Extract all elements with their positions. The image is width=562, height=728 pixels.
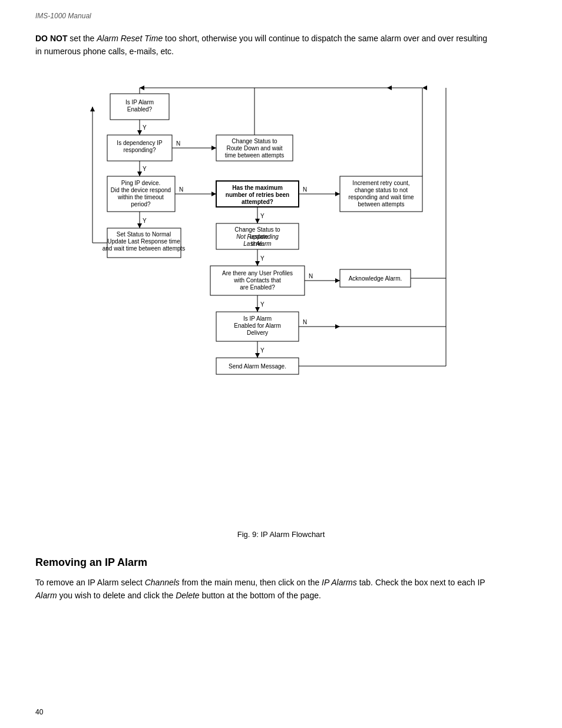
- body-italic-ip-alarms: IP Alarms: [322, 578, 357, 587]
- svg-text:Is dependency IP: Is dependency IP: [117, 140, 163, 146]
- svg-text:N: N: [176, 140, 180, 147]
- svg-text:attempted?: attempted?: [242, 199, 273, 205]
- svg-marker-34: [335, 192, 340, 196]
- svg-text:between attempts: between attempts: [358, 201, 405, 207]
- svg-text:Delivery: Delivery: [247, 330, 268, 336]
- section-heading: Removing an IP Alarm: [35, 556, 527, 569]
- svg-text:Update Last Response time: Update Last Response time: [107, 238, 180, 245]
- svg-text:N: N: [309, 273, 313, 279]
- svg-text:Increment retry count,: Increment retry count,: [352, 180, 409, 186]
- intro-paragraph: DO NOT set the Alarm Reset Time too shor…: [35, 32, 495, 58]
- body-paragraph: To remove an IP Alarm select Channels fr…: [35, 576, 495, 602]
- svg-marker-99: [140, 85, 144, 90]
- svg-text:Y: Y: [260, 347, 265, 354]
- svg-text:Route Down and wait: Route Down and wait: [226, 145, 282, 151]
- svg-text:Is IP Alarm: Is IP Alarm: [243, 315, 272, 322]
- svg-text:Y: Y: [260, 213, 265, 219]
- svg-text:Y: Y: [143, 218, 147, 224]
- svg-text:Has the maximum: Has the maximum: [232, 185, 283, 191]
- svg-marker-91: [255, 353, 260, 358]
- svg-text:Change Status to: Change Status to: [232, 138, 277, 144]
- svg-text:and wait time between attempts: and wait time between attempts: [103, 245, 186, 252]
- flowchart-container: Is IP Alarm Enabled? Y Is dependency IP …: [69, 76, 493, 524]
- svg-text:time.: time.: [251, 241, 264, 247]
- svg-text:within the timeout: within the timeout: [117, 194, 164, 200]
- svg-marker-64: [255, 261, 260, 266]
- svg-text:Did the device respond: Did the device respond: [111, 187, 171, 193]
- svg-text:period?: period?: [131, 201, 151, 207]
- svg-text:Y: Y: [143, 124, 147, 131]
- svg-marker-45: [137, 223, 142, 228]
- svg-marker-4: [137, 130, 142, 135]
- svg-text:Acknowledge Alarm.: Acknowledge Alarm.: [349, 275, 402, 282]
- svg-text:Enabled for Alarm: Enabled for Alarm: [234, 322, 281, 329]
- svg-text:, update: , update: [247, 233, 269, 240]
- flowchart-svg: Is IP Alarm Enabled? Y Is dependency IP …: [75, 76, 487, 524]
- page-number: 40: [35, 708, 43, 716]
- svg-text:N: N: [179, 186, 183, 193]
- svg-marker-10: [211, 146, 216, 150]
- svg-text:are Enabled?: are Enabled?: [240, 284, 275, 291]
- svg-text:Set Status to Normal: Set Status to Normal: [117, 231, 171, 238]
- svg-marker-27: [211, 192, 216, 196]
- page-header: IMS-1000 Manual: [35, 12, 527, 20]
- svg-text:Are there any User Profiles: Are there any User Profiles: [222, 270, 293, 276]
- svg-text:N: N: [303, 319, 307, 325]
- svg-text:responding and wait time: responding and wait time: [348, 194, 414, 200]
- svg-text:time between attempts: time between attempts: [225, 152, 285, 159]
- figure-caption: Fig. 9: IP Alarm Flowchart: [35, 530, 527, 539]
- svg-marker-79: [255, 307, 260, 312]
- svg-marker-71: [335, 278, 340, 283]
- svg-text:responding?: responding?: [123, 147, 156, 153]
- svg-text:Ping IP device.: Ping IP device.: [121, 180, 161, 186]
- svg-marker-53: [90, 107, 95, 111]
- svg-text:with Contacts that: with Contacts that: [233, 277, 281, 284]
- svg-text:Send Alarm Message.: Send Alarm Message.: [229, 363, 286, 370]
- svg-text:Y: Y: [260, 255, 265, 262]
- svg-text:Enabled?: Enabled?: [127, 106, 153, 113]
- svg-text:Is IP Alarm: Is IP Alarm: [125, 99, 154, 106]
- svg-marker-77: [422, 85, 427, 90]
- svg-text:Change Status to: Change Status to: [234, 226, 280, 233]
- svg-marker-43: [387, 85, 392, 90]
- svg-text:Y: Y: [260, 301, 265, 308]
- page: IMS-1000 Manual DO NOT set the Alarm Res…: [0, 0, 562, 728]
- svg-marker-19: [137, 172, 142, 176]
- body-italic-delete: Delete: [176, 591, 199, 600]
- svg-text:N: N: [303, 186, 307, 193]
- svg-text:change status to not: change status to not: [355, 187, 408, 193]
- svg-marker-86: [335, 324, 340, 329]
- intro-italic: Alarm Reset Time: [97, 34, 163, 43]
- svg-text:Y: Y: [143, 166, 147, 172]
- svg-marker-55: [255, 219, 260, 223]
- body-italic-alarm: Alarm: [35, 591, 57, 600]
- svg-text:number of retries been: number of retries been: [226, 192, 289, 198]
- body-italic-channels: Channels: [145, 578, 180, 587]
